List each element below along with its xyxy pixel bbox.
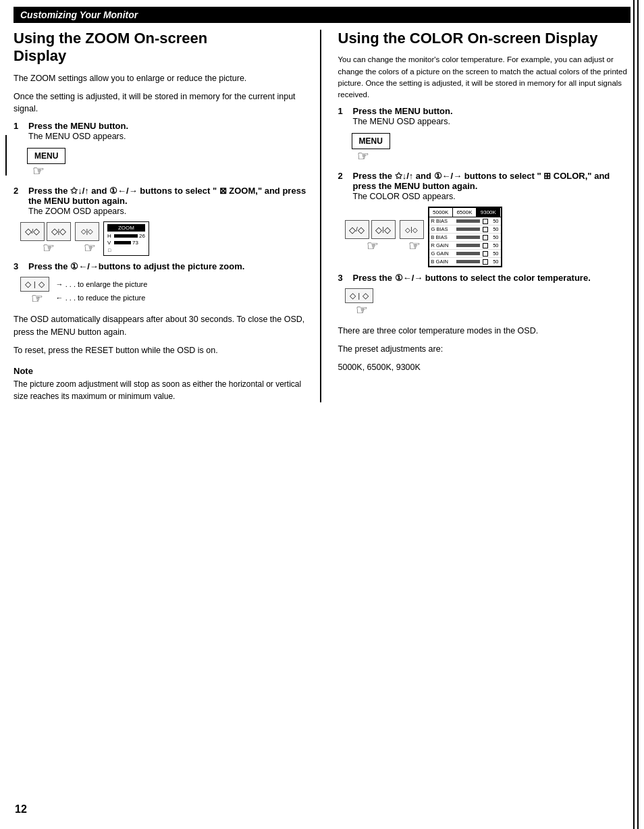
color-arrow-right-sym: ◇ [363, 291, 369, 300]
color-row-r-bias-val: 50 [489, 218, 499, 224]
color-row-b-bias-label: B BIAS [431, 234, 455, 240]
color-tab-9300k: 9300K [477, 208, 500, 217]
header-bar: Customizing Your Monitor [14, 7, 630, 23]
step-2: 2 Press the ✩↓/↑ and ①←/→ buttons to sel… [14, 186, 306, 216]
step-2-osd-diagram: ◇/◇ ◇|◇ ☞ ◇|◇ ☞ ZOOM H [20, 221, 306, 256]
step-1-num: 1 [14, 121, 23, 141]
arrow-box-group: ◇ | ◇ ☞ [20, 277, 49, 306]
step-3-content: Press the ①←/→buttons to adjust the pict… [28, 261, 306, 271]
color-row-b-bias: B BIAS 50 [429, 234, 501, 242]
left-section-title: Using the ZOOM On-screen Display [14, 30, 306, 65]
right-step-2-title: Press the ✩↓/↑ and ①←/→ buttons to selec… [353, 171, 610, 191]
two-column-layout: Using the ZOOM On-screen Display The ZOO… [14, 30, 630, 402]
zoom-bar-val-h: 26 [139, 233, 145, 239]
color-osd-boxes-1: ◇/◇ ◇|◇ [345, 220, 396, 239]
note-section: Note The picture zoom adjustment will st… [14, 366, 306, 402]
color-osd-group-2: ◇|◇ ☞ [400, 220, 424, 254]
color-row-r-bias-bar [456, 219, 480, 223]
osd-boxes-2: ◇|◇ [75, 222, 99, 241]
osd-box-circle-left: ◇|◇ [75, 222, 99, 241]
color-row-r-gain-label: R GAIN [431, 242, 455, 248]
step-1-content: Press the MENU button. The MENU OSD appe… [28, 121, 306, 141]
color-row-r-gain-sq [483, 243, 488, 248]
zoom-bar-h [114, 234, 138, 238]
color-row-b-gain-val: 50 [489, 259, 499, 265]
step-2-color-diagram: ◇/◇ ◇|◇ ☞ ◇|◇ ☞ 5000K 6500K [345, 207, 631, 267]
arrow-right-sym: ◇ [38, 279, 45, 289]
color-osd-panel: 5000K 6500K 9300K R BIAS 50 G BIAS [428, 207, 502, 267]
arrow-left-sym: ◇ [25, 279, 31, 289]
arrow-left-desc: ← . . . to reduce the picture [56, 292, 148, 305]
color-row-g-bias-val: 50 [489, 226, 499, 232]
color-row-g-bias-sq [483, 227, 488, 232]
step-2-body: The ZOOM OSD appears. [28, 207, 126, 216]
right-step-2-content: Press the ✩↓/↑ and ①←/→ buttons to selec… [353, 171, 631, 201]
color-row-r-bias: R BIAS 50 [429, 217, 501, 225]
right-step-3-title: Press the ①←/→ buttons to select the col… [353, 273, 591, 283]
right-step-2-body: The COLOR OSD appears. [353, 192, 456, 201]
right-border-decoration [633, 0, 639, 829]
step-3-title: Press the ①←/→buttons to adjust the pict… [28, 261, 244, 271]
step-3: 3 Press the ①←/→buttons to adjust the pi… [14, 261, 306, 271]
menu-btn-diagram-left: MENU ☞ [27, 148, 306, 179]
menu-button-illustration: MENU [27, 148, 65, 164]
zoom-osd-panel: ZOOM H 26 V 73 □ [103, 221, 149, 256]
arrow-buttons-illustration: ◇ | ◇ [20, 277, 49, 292]
step-3-color-arrow-diagram: ◇ | ◇ ☞ [345, 288, 631, 318]
color-arrow-left-sym: ◇ [350, 291, 356, 300]
step-2-content: Press the ✩↓/↑ and ①←/→ buttons to selec… [28, 186, 306, 216]
color-row-b-gain-sq [483, 259, 488, 265]
color-osd-box-3: ◇|◇ [400, 220, 424, 239]
right-step-2: 2 Press the ✩↓/↑ and ①←/→ buttons to sel… [338, 171, 631, 201]
color-row-g-gain: G GAIN 50 [429, 250, 501, 258]
color-row-g-gain-bar [456, 252, 480, 255]
zoom-bar-val-v: 73 [132, 240, 138, 246]
zoom-bar-label-h: H [107, 233, 113, 239]
color-row-g-bias-bar [456, 228, 480, 231]
zoom-panel-extra: □ [107, 247, 145, 253]
left-intro-1: The ZOOM settings allow you to enlarge o… [14, 72, 306, 85]
right-column: Using the COLOR On-screen Display You ca… [335, 30, 631, 402]
temp-note-1: There are three color temperature modes … [338, 325, 631, 338]
zoom-bar-row-v: V 73 [107, 240, 145, 246]
color-row-b-bias-bar [456, 236, 480, 239]
color-tab-6500k: 6500K [453, 208, 477, 217]
arrow-description: → . . . to enlarge the picture ← . . . t… [56, 278, 148, 305]
right-step-3: 3 Press the ①←/→ buttons to select the c… [338, 273, 631, 283]
note-title: Note [14, 366, 306, 376]
color-row-g-gain-label: G GAIN [431, 250, 455, 257]
menu-button-illustration-right: MENU [352, 133, 390, 149]
right-step-1-title: Press the MENU button. [353, 106, 453, 116]
color-arrow-buttons-illustration: ◇ | ◇ [345, 288, 374, 303]
step-1-title: Press the MENU button. [28, 121, 128, 131]
left-border-mark [5, 135, 8, 176]
osd-disappear-note: The OSD automatically disappears after a… [14, 313, 306, 339]
temp-note-3: 5000K, 6500K, 9300K [338, 361, 631, 374]
right-step-3-num: 3 [338, 273, 348, 283]
color-osd-box-2: ◇|◇ [371, 220, 396, 239]
right-step-1-body: The MENU OSD appears. [353, 117, 451, 126]
zoom-bar-v [114, 241, 131, 244]
right-intro: You can change the monitor's color tempe… [338, 54, 631, 101]
page-container: Customizing Your Monitor Using the ZOOM … [0, 0, 644, 829]
left-intro-2: Once the setting is adjusted, it will be… [14, 90, 306, 116]
zoom-bar-row-h: H 26 [107, 233, 145, 239]
osd-group-1: ◇/◇ ◇|◇ ☞ [20, 222, 71, 256]
step-3-num: 3 [14, 261, 23, 271]
color-tab-5000k: 5000K [429, 208, 453, 217]
color-row-r-gain-val: 50 [489, 242, 499, 248]
step-1-body: The MENU OSD appears. [28, 132, 126, 141]
osd-box-diamond-right: ◇|◇ [47, 222, 71, 241]
arrow-right-desc: → . . . to enlarge the picture [56, 278, 148, 292]
color-row-r-bias-label: R BIAS [431, 218, 455, 224]
color-row-b-gain-bar [456, 260, 480, 263]
right-step-1-num: 1 [338, 106, 348, 126]
hand-icon-right-2b: ☞ [408, 238, 421, 254]
hand-icon-left-2b: ☞ [84, 240, 96, 256]
color-row-g-bias-label: G BIAS [431, 226, 455, 232]
color-row-b-gain: B GAIN 50 [429, 258, 501, 266]
right-section-title: Using the COLOR On-screen Display [338, 30, 631, 47]
color-osd-box-1: ◇/◇ [345, 220, 369, 239]
arrow-sep: | [34, 281, 36, 288]
right-step-1-content: Press the MENU button. The MENU OSD appe… [353, 106, 631, 126]
